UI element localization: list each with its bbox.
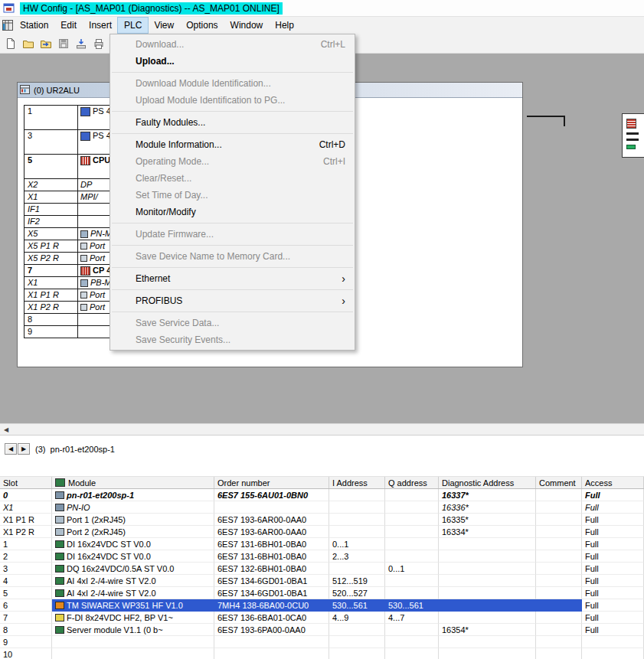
ps-module-icon: [80, 107, 90, 116]
print-icon[interactable]: [93, 38, 105, 50]
menu-item-update-firmware[interactable]: Update Firmware...: [110, 226, 355, 243]
device-detail-bar: [626, 139, 639, 141]
table-row[interactable]: 9: [0, 636, 644, 648]
menubar-item-window[interactable]: Window: [224, 18, 270, 33]
cell-module: DI 16x24VDC ST V0.0: [52, 538, 214, 550]
menu-item-set-time-of-day[interactable]: Set Time of Day...: [110, 187, 355, 204]
table-row[interactable]: 10: [0, 648, 644, 659]
table-row[interactable]: X1 P1 RPort 1 (2xRJ45)6ES7 193-6AR00-0AA…: [0, 514, 644, 526]
open-station-icon[interactable]: [22, 38, 34, 50]
column-header-slot[interactable]: Slot: [0, 477, 52, 488]
cell-i: [329, 636, 385, 648]
table-row[interactable]: 6TM SIWAREX WP351 HF V1.07MH4 138-6BA00-…: [0, 599, 644, 612]
column-header-q-address[interactable]: Q address: [385, 477, 439, 488]
cell-module: AI 4xI 2-/4-wire ST V2.0: [52, 575, 214, 587]
menu-item-module-information[interactable]: Module Information...Ctrl+D: [110, 136, 355, 153]
cell-q: 0...1: [385, 563, 439, 575]
menu-item-monitor-modify[interactable]: Monitor/Modify: [110, 204, 355, 220]
navigate-forward-button[interactable]: ▶: [18, 443, 30, 455]
cell-slot: X1: [0, 501, 52, 514]
io-module-icon: [55, 540, 64, 548]
et200sp-device-box[interactable]: [622, 113, 644, 158]
submenu-arrow-icon: ›: [342, 274, 345, 283]
menu-item-upload[interactable]: Upload...: [110, 53, 355, 70]
menubar-item-help[interactable]: Help: [269, 18, 300, 33]
menu-separator: [112, 133, 353, 134]
cell-comment: [536, 526, 582, 538]
device-detail-bar: [626, 132, 639, 135]
column-header-label: Q address: [388, 478, 427, 488]
table-row[interactable]: X1PN-IO16336*Full: [0, 501, 644, 514]
menu-item-ethernet[interactable]: Ethernet›: [110, 270, 355, 287]
column-header-order-number[interactable]: Order number: [214, 477, 329, 488]
cell-order: 6ES7 134-6GD01-0BA1: [214, 587, 329, 599]
cell-module: F-DI 8x24VDC HF2, BP V1~: [52, 612, 214, 624]
menu-item-profibus[interactable]: PROFIBUS›: [110, 292, 355, 309]
menubar-item-options[interactable]: Options: [180, 18, 224, 33]
menubar-item-view[interactable]: View: [148, 18, 180, 33]
app-icon[interactable]: [3, 2, 15, 15]
cell-text: 2: [3, 552, 8, 561]
menu-item-save-device-name-to-memory-card[interactable]: Save Device Name to Memory Card...: [110, 248, 355, 265]
save-icon[interactable]: [57, 38, 70, 50]
cell-diag: [439, 636, 536, 648]
cell-text: Full: [585, 503, 599, 512]
menu-separator: [112, 312, 353, 312]
child-window-system-icon[interactable]: [2, 19, 14, 31]
menubar-item-insert[interactable]: Insert: [83, 18, 118, 33]
new-station-icon[interactable]: [5, 38, 17, 50]
cell-access: Full: [582, 575, 644, 587]
menu-item-download[interactable]: Download...Ctrl+L: [110, 36, 355, 53]
menu-item-label: Operating Mode...: [136, 156, 209, 167]
menubar-item-plc[interactable]: PLC: [118, 18, 148, 33]
menu-item-upload-module-identification-to-pg[interactable]: Upload Module Identification to PG...: [110, 92, 355, 109]
menu-item-faulty-modules[interactable]: Faulty Modules...: [110, 114, 355, 131]
table-row[interactable]: 7F-DI 8x24VDC HF2, BP V1~6ES7 136-6BA01-…: [0, 612, 644, 624]
navigate-back-button[interactable]: ◀: [5, 443, 17, 455]
cell-text: Full: [585, 613, 599, 622]
cell-diag: [439, 563, 536, 575]
table-row[interactable]: X1 P2 RPort 2 (2xRJ45)6ES7 193-6AR00-0AA…: [0, 526, 644, 538]
title-bar: HW Config - [AS_MAP01 (Diagnostics) -- A…: [0, 0, 644, 17]
table-row[interactable]: 3DQ 16x24VDC/0.5A ST V0.06ES7 132-6BH01-…: [0, 563, 644, 575]
rack-module-label: DP: [80, 180, 92, 189]
cell-slot: 1: [0, 538, 52, 550]
table-row[interactable]: 0pn-r01-et200sp-16ES7 155-6AU01-0BN01633…: [0, 489, 644, 501]
table-row[interactable]: 4AI 4xI 2-/4-wire ST V2.06ES7 134-6GD01-…: [0, 575, 644, 587]
download-icon[interactable]: [75, 38, 87, 50]
cell-text: 10: [3, 650, 12, 659]
cell-access: Full: [582, 624, 644, 636]
table-row[interactable]: 8Server module V1.1 (0 b~6ES7 193-6PA00-…: [0, 624, 644, 636]
column-header-comment[interactable]: Comment: [536, 477, 582, 488]
cell-text: AI 4xI 2-/4-wire ST V2.0: [67, 576, 156, 586]
table-row[interactable]: 2DI 16x24VDC ST V0.06ES7 131-6BH01-0BA02…: [0, 550, 644, 563]
cell-text: 8: [3, 625, 8, 635]
cell-text: DI 16x24VDC ST V0.0: [67, 540, 151, 549]
menubar-item-station[interactable]: Station: [14, 18, 54, 33]
horizontal-scrollbar[interactable]: ◀: [0, 423, 644, 436]
menu-item-save-service-data[interactable]: Save Service Data...: [110, 315, 355, 331]
column-header-access[interactable]: Access: [582, 477, 644, 488]
scroll-left-icon[interactable]: ◀: [0, 424, 12, 435]
open-online-icon[interactable]: [40, 38, 52, 50]
menubar-item-edit[interactable]: Edit: [54, 18, 83, 33]
cell-slot: 6: [0, 599, 52, 612]
column-header-diagnostic-address[interactable]: Diagnostic Address: [439, 477, 536, 488]
cell-text: 7MH4 138-6BA00-0CU0: [217, 601, 309, 610]
menu-item-clear-reset[interactable]: Clear/Reset...: [110, 170, 355, 187]
cell-access: Full: [582, 538, 644, 550]
menu-item-save-security-events[interactable]: Save Security Events...: [110, 331, 355, 348]
cell-q: [385, 501, 439, 514]
column-header-i-address[interactable]: I Address: [329, 477, 385, 488]
menu-item-operating-mode[interactable]: Operating Mode...Ctrl+I: [110, 153, 355, 170]
menu-bar: StationEditInsertPLCViewOptionsWindowHel…: [0, 17, 644, 34]
menu-item-download-module-identification[interactable]: Download Module Identification...: [110, 75, 355, 92]
cell-order: 6ES7 132-6BH01-0BA0: [214, 563, 329, 575]
column-header-module[interactable]: Module: [52, 477, 214, 488]
table-row[interactable]: 1DI 16x24VDC ST V0.06ES7 131-6BH01-0BA00…: [0, 538, 644, 550]
table-row[interactable]: 5AI 4xI 2-/4-wire ST V2.06ES7 134-6GD01-…: [0, 587, 644, 599]
column-header-label: I Address: [332, 478, 368, 488]
tm-module-icon: [55, 602, 64, 609]
cell-comment: [536, 575, 582, 587]
cell-text: Full: [585, 589, 599, 598]
